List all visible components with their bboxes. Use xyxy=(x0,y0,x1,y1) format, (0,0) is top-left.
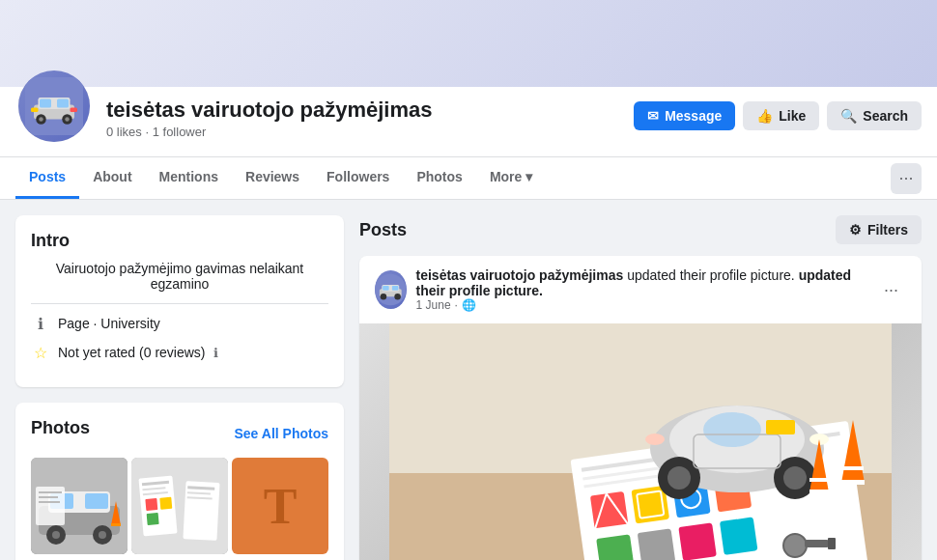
post-card: teisėtas vairuotojo pažymėjimas updated … xyxy=(359,256,922,560)
info-icon: ℹ xyxy=(31,314,50,333)
svg-rect-76 xyxy=(766,420,795,434)
svg-rect-60 xyxy=(638,528,676,560)
svg-point-17 xyxy=(52,531,60,539)
tab-reviews[interactable]: Reviews xyxy=(232,157,313,199)
photos-title: Photos xyxy=(31,418,90,438)
photo-2-image xyxy=(131,458,228,554)
svg-point-72 xyxy=(783,466,807,490)
nav-tabs: Posts About Mentions Reviews Followers P… xyxy=(0,156,937,199)
svg-rect-15 xyxy=(85,493,108,509)
svg-rect-10 xyxy=(71,108,78,113)
search-icon: 🔍 xyxy=(840,108,857,124)
svg-rect-4 xyxy=(57,99,69,108)
photo-thumb-1[interactable] xyxy=(31,458,128,554)
svg-rect-84 xyxy=(805,540,829,547)
svg-rect-61 xyxy=(678,522,717,560)
svg-rect-85 xyxy=(828,538,836,549)
svg-point-43 xyxy=(381,294,387,300)
svg-rect-78 xyxy=(809,490,829,494)
svg-point-75 xyxy=(645,434,665,445)
like-label: Like xyxy=(779,108,806,124)
main-content: Intro Vairuotojo pažymėjimo gavimas nela… xyxy=(0,200,937,560)
intro-rating: ☆ Not yet rated (0 reviews) ℹ xyxy=(31,343,328,362)
message-icon: ✉ xyxy=(647,108,659,124)
svg-rect-9 xyxy=(31,108,39,113)
svg-rect-82 xyxy=(842,466,864,470)
post-author-info: teisėtas vairuotojo pažymėjimas updated … xyxy=(416,267,876,312)
profile-actions: ✉ Message 👍 Like 🔍 Search xyxy=(634,101,922,130)
svg-point-6 xyxy=(39,117,43,122)
filters-icon: ⚙ xyxy=(849,222,862,238)
avatar-image xyxy=(25,77,83,135)
right-column: Posts ⚙ Filters xyxy=(359,215,922,560)
profile-stats: 0 likes · 1 follower xyxy=(106,125,432,139)
photo-thumb-3[interactable]: T xyxy=(232,458,328,554)
intro-description: Vairuotojo pažymėjimo gavimas nelaikant … xyxy=(31,261,328,292)
chevron-down-icon: ▾ xyxy=(525,169,532,184)
svg-rect-41 xyxy=(383,286,389,291)
profile-avatar xyxy=(15,68,93,145)
photo-thumb-2[interactable] xyxy=(131,458,228,554)
tab-more[interactable]: More ▾ xyxy=(476,157,546,199)
left-column: Intro Vairuotojo pažymėjimo gavimas nela… xyxy=(15,215,344,560)
svg-point-8 xyxy=(65,117,70,122)
svg-point-68 xyxy=(703,412,761,447)
svg-point-44 xyxy=(394,294,401,300)
photo-1-image xyxy=(31,458,128,554)
svg-point-19 xyxy=(99,531,106,539)
svg-rect-24 xyxy=(39,496,58,498)
intro-page-type: ℹ Page · University xyxy=(31,314,328,333)
filters-button[interactable]: ⚙ Filters xyxy=(836,215,922,244)
star-icon: ☆ xyxy=(31,343,50,362)
svg-rect-32 xyxy=(159,497,172,510)
message-button[interactable]: ✉ Message xyxy=(634,101,735,130)
post-more-button[interactable]: ··· xyxy=(876,276,906,304)
post-image-svg xyxy=(389,323,892,560)
svg-point-83 xyxy=(783,534,807,557)
svg-rect-3 xyxy=(40,99,51,108)
svg-rect-81 xyxy=(841,480,865,485)
svg-rect-62 xyxy=(720,517,758,555)
post-header-left: teisėtas vairuotojo pažymėjimas updated … xyxy=(375,267,876,312)
search-label: Search xyxy=(863,108,908,124)
posts-section-title: Posts xyxy=(359,220,407,240)
svg-rect-79 xyxy=(809,478,829,482)
tab-mentions[interactable]: Mentions xyxy=(146,157,232,199)
tab-posts[interactable]: Posts xyxy=(15,157,79,199)
photos-grid: T xyxy=(31,458,328,554)
intro-title: Intro xyxy=(31,231,328,251)
svg-point-70 xyxy=(667,466,691,490)
like-button[interactable]: 👍 Like xyxy=(743,101,819,130)
message-label: Message xyxy=(665,108,722,124)
dot-separator: · xyxy=(455,298,458,312)
info-circle-icon: ℹ xyxy=(213,346,218,360)
like-icon: 👍 xyxy=(756,108,773,124)
search-button[interactable]: 🔍 Search xyxy=(827,101,922,130)
svg-rect-23 xyxy=(39,491,62,493)
svg-rect-42 xyxy=(392,286,399,291)
svg-rect-25 xyxy=(39,501,60,503)
photos-header: Photos See All Photos xyxy=(31,418,328,448)
post-author-name: teisėtas vairuotojo pažymėjimas updated … xyxy=(416,267,876,298)
tab-followers[interactable]: Followers xyxy=(313,157,403,199)
svg-rect-21 xyxy=(111,523,121,526)
tab-about[interactable]: About xyxy=(79,157,145,199)
svg-rect-31 xyxy=(145,498,157,511)
svg-rect-33 xyxy=(147,513,159,525)
posts-header: Posts ⚙ Filters xyxy=(359,215,922,244)
see-all-photos-link[interactable]: See All Photos xyxy=(234,426,328,441)
profile-name: teisėtas vairuotojo pažymėjimas xyxy=(106,98,432,123)
intro-card: Intro Vairuotojo pažymėjimo gavimas nela… xyxy=(15,215,344,387)
post-meta: 1 June · 🌐 xyxy=(416,298,876,312)
privacy-icon: 🌐 xyxy=(462,298,476,312)
post-author-avatar xyxy=(375,270,407,309)
post-image xyxy=(359,323,922,560)
tab-photos[interactable]: Photos xyxy=(403,157,475,199)
more-options-button[interactable]: ··· xyxy=(891,163,922,194)
post-header: teisėtas vairuotojo pažymėjimas updated … xyxy=(359,256,922,323)
photos-card: Photos See All Photos xyxy=(15,403,344,560)
post-avatar-image xyxy=(375,270,407,309)
